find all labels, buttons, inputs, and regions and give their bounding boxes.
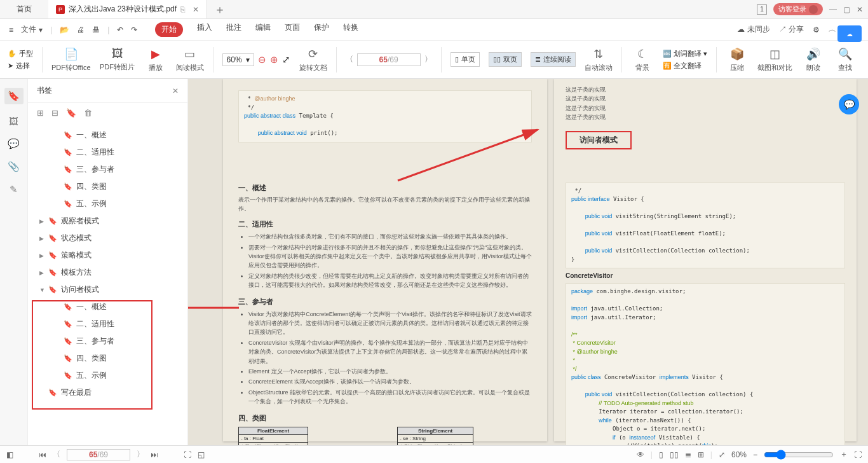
comments-rail-icon[interactable]: 💬 — [8, 138, 20, 149]
thumbnails-rail-icon[interactable]: 🖼 — [9, 116, 18, 127]
bookmark-item[interactable]: 🔖四、类图 — [31, 178, 185, 195]
undo-icon[interactable]: ↶ — [117, 25, 123, 34]
bookmark-item[interactable]: ▶🔖模板方法 — [31, 264, 185, 281]
dict-translate[interactable]: 🔤 划词翻译 ▾ — [663, 49, 707, 59]
zoom-slider[interactable] — [764, 450, 834, 460]
close-icon[interactable]: ✕ — [193, 5, 199, 14]
fullscreen-icon[interactable]: ⛶ — [854, 450, 862, 459]
page-input[interactable]: 65/69 — [357, 53, 421, 66]
view-double-icon[interactable]: ▯▯ — [670, 450, 679, 459]
play-button[interactable]: ▶播放 — [144, 47, 167, 73]
save-icon[interactable]: 🖨 — [77, 25, 85, 34]
pdf-to-image[interactable]: 🖼PDF转图片 — [100, 47, 135, 72]
share-button[interactable]: ↗ 分享 — [779, 24, 804, 35]
close-panel-icon[interactable]: ✕ — [172, 86, 179, 95]
bookmark-item[interactable]: ▶🔖状态模式 — [31, 230, 185, 247]
actual-size-icon[interactable]: ◱ — [198, 450, 205, 459]
prev-page-icon[interactable]: 〈 — [346, 54, 353, 65]
menu-start[interactable]: 开始 — [155, 22, 183, 37]
hamburger-icon[interactable]: ≡ — [9, 25, 13, 34]
bookmark-item[interactable]: 🔖一、概述 — [31, 127, 185, 144]
first-page-icon[interactable]: ⏮ — [39, 450, 46, 459]
sec-applicability: 二、适用性 — [238, 219, 532, 229]
fit-toggle-icon[interactable]: ⤢ — [719, 450, 725, 459]
close-window-icon[interactable]: ✕ — [857, 5, 863, 14]
collapse-all-icon[interactable]: ⊟ — [51, 108, 58, 118]
bookmarks-title: 书签 — [37, 85, 52, 96]
find[interactable]: 🔍查找 — [834, 47, 857, 73]
new-tab-button[interactable]: ＋ — [207, 0, 233, 18]
bookmark-item[interactable]: ▶🔖策略模式 — [31, 247, 185, 264]
status-zoom-out-icon[interactable]: − — [753, 450, 757, 459]
menu-page[interactable]: 页面 — [285, 22, 300, 37]
bookmark-item[interactable]: 🔖五、示例 — [31, 195, 185, 212]
add-bookmark-icon[interactable]: 🔖 — [66, 108, 76, 118]
sign-rail-icon[interactable]: ✎ — [10, 184, 18, 195]
background[interactable]: ☾背景 — [631, 47, 654, 73]
login-button[interactable]: 访客登录 — [773, 3, 823, 15]
pdf-to-office[interactable]: 📄PDF转Office — [51, 47, 91, 73]
menu-edit[interactable]: 编辑 — [255, 22, 271, 37]
bookmark-item[interactable]: 🔖二、适用性 — [31, 144, 185, 161]
status-zoom-label: 60% — [731, 450, 747, 459]
menu-protect[interactable]: 保护 — [314, 22, 329, 37]
select-tool[interactable]: ➤ 选择 — [8, 61, 33, 71]
double-page[interactable]: ▯▯ 双页 — [489, 52, 522, 67]
hand-tool[interactable]: ✋ 手型 — [8, 49, 33, 59]
fit-icon[interactable]: ⛶ — [184, 450, 191, 459]
login-label: 访客登录 — [778, 4, 806, 14]
prev-page-status-icon[interactable]: 〈 — [53, 449, 60, 460]
last-page-icon[interactable]: ⏭ — [151, 450, 158, 459]
file-tab-label: 深入浅出Java 23种设计模式.pdf — [69, 4, 177, 15]
window-number-icon[interactable]: 1 — [757, 4, 767, 15]
assistant-fab[interactable]: 💬 — [839, 94, 859, 114]
collapse-ribbon-icon[interactable]: ︿ — [829, 24, 836, 35]
rotate-button[interactable]: ⟳旋转文档 — [299, 47, 327, 73]
delete-bookmark-icon[interactable]: 🗑 — [84, 108, 92, 118]
zoom-in-icon[interactable]: ⊕ — [270, 54, 278, 66]
print-icon[interactable]: 🖶 — [92, 25, 100, 34]
screenshot-compare[interactable]: ◫截图和对比 — [757, 47, 793, 73]
file-menu[interactable]: 文件▾ — [21, 24, 43, 35]
attachments-rail-icon[interactable]: 📎 — [8, 161, 20, 172]
zoom-select[interactable]: 60% ▾ — [222, 53, 254, 66]
read-mode[interactable]: ▭阅读模式 — [176, 47, 204, 73]
maximize-icon[interactable]: ▢ — [843, 5, 850, 14]
next-page-icon[interactable]: 〉 — [424, 54, 432, 65]
redo-icon[interactable]: ↷ — [131, 25, 137, 34]
continuous-read[interactable]: ≣ 连续阅读 — [531, 52, 576, 67]
document-viewport[interactable]: * @author binghe */ public abstract clas… — [188, 79, 868, 445]
toggle-panel-icon[interactable]: ◧ — [6, 450, 13, 459]
view-single-icon[interactable]: ▯ — [659, 450, 663, 459]
single-page[interactable]: ▯ 单页 — [451, 52, 480, 67]
fit-width-icon[interactable]: ⤢ — [282, 54, 290, 66]
home-tab[interactable]: 首页 — [0, 0, 48, 18]
sync-status[interactable]: ☁ 未同步 — [737, 24, 770, 35]
view-grid-icon[interactable]: ⊞ — [698, 450, 704, 459]
bookmark-item[interactable]: ▼🔖访问者模式 — [31, 281, 185, 298]
status-zoom-in-icon[interactable]: ＋ — [840, 449, 848, 460]
eye-care-icon[interactable]: 👁 — [637, 450, 644, 459]
bookmarks-rail-icon[interactable]: 🔖 — [4, 88, 24, 104]
zoom-out-icon[interactable]: ⊖ — [258, 54, 266, 66]
status-page-input[interactable]: 65/69 — [67, 449, 130, 460]
open-icon[interactable]: 📂 — [60, 25, 69, 34]
read-aloud[interactable]: 🔊朗读 — [802, 47, 825, 73]
cloud-addon-icon[interactable]: ☁ — [837, 25, 862, 42]
compress[interactable]: 📦压缩 — [726, 47, 749, 73]
menu-annotate[interactable]: 批注 — [226, 22, 241, 37]
expand-all-icon[interactable]: ⊞ — [37, 108, 44, 118]
settings-icon[interactable]: ⚙ — [813, 25, 820, 34]
file-tab[interactable]: P 深入浅出Java 23种设计模式.pdf ⎘ ✕ — [48, 0, 207, 18]
full-translate[interactable]: 🈶 全文翻译 — [663, 61, 707, 71]
bookmark-item[interactable]: ▶🔖观察者模式 — [31, 212, 185, 230]
minimize-icon[interactable]: — — [829, 5, 837, 14]
menu-convert[interactable]: 转换 — [343, 22, 358, 37]
page-left: * @author binghe */ public abstract clas… — [223, 79, 547, 441]
bookmark-item[interactable]: 🔖三、参与者 — [31, 161, 185, 178]
autoscroll[interactable]: ⇅自动滚动 — [585, 47, 613, 73]
view-continuous-icon[interactable]: ≣ — [685, 450, 691, 459]
menu-insert[interactable]: 插入 — [197, 22, 212, 37]
next-page-status-icon[interactable]: 〉 — [137, 449, 144, 460]
uml-diagram: FloatElement - fa : Float + FloatElement… — [238, 427, 532, 445]
